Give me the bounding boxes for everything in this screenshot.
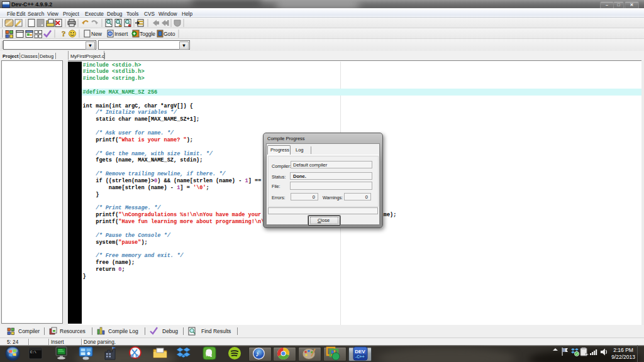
svg-text:-C++: -C++ [355, 354, 365, 359]
svg-text:C:\: C:\ [30, 350, 36, 354]
svg-text:♪: ♪ [255, 349, 259, 358]
svg-text:?: ? [62, 29, 66, 38]
svg-text:DEV: DEV [355, 349, 365, 354]
